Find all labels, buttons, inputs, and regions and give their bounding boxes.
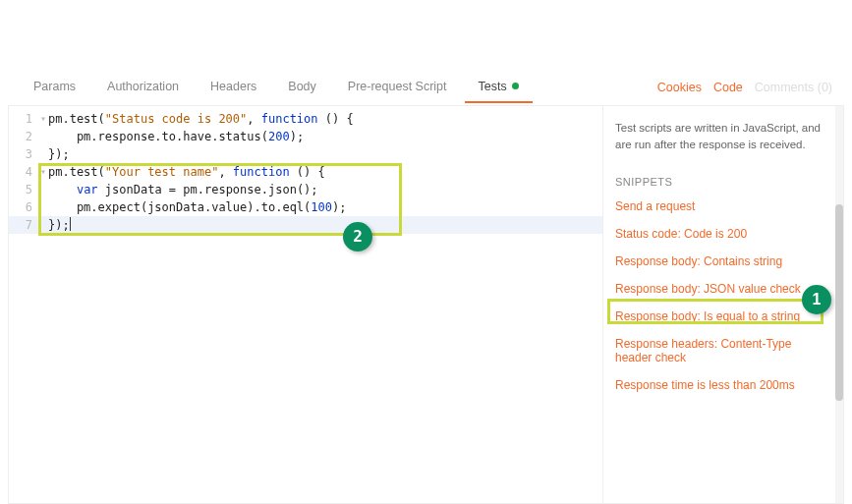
snippet-status-200[interactable]: Status code: Code is 200 <box>615 227 831 241</box>
tests-indicator-icon <box>512 83 519 89</box>
code-line: }); <box>48 216 71 234</box>
main-content: 1 ▾ pm.test("Status code is 200", functi… <box>8 106 844 504</box>
tabs-bar: Params Authorization Headers Body Pre-re… <box>8 69 844 106</box>
line-number: 4 <box>9 163 38 181</box>
text-cursor-icon <box>70 217 71 231</box>
code-link[interactable]: Code <box>713 81 743 94</box>
tab-prerequest[interactable]: Pre-request Script <box>334 72 461 103</box>
code-editor[interactable]: 1 ▾ pm.test("Status code is 200", functi… <box>9 106 602 503</box>
tab-authorization[interactable]: Authorization <box>93 72 193 103</box>
snippet-body-equal[interactable]: Response body: Is equal to a string <box>615 309 831 323</box>
snippets-panel: Test scripts are written in JavaScript, … <box>602 106 843 503</box>
snippet-json-value[interactable]: Response body: JSON value check <box>615 282 831 296</box>
code-line: pm.expect(jsonData.value).to.eql(100); <box>48 198 346 216</box>
snippet-header-check[interactable]: Response headers: Content-Type header ch… <box>615 337 831 364</box>
fold-icon[interactable]: ▾ <box>38 110 48 128</box>
code-line: }); <box>48 145 70 163</box>
code-line: pm.response.to.have.status(200); <box>48 128 304 145</box>
code-line: var jsonData = pm.response.json(); <box>48 181 318 198</box>
right-links: Cookies Code Comments (0) <box>657 81 832 94</box>
line-number: 5 <box>9 181 38 198</box>
line-number: 7 <box>9 216 38 234</box>
comments-link[interactable]: Comments (0) <box>755 81 832 94</box>
snippets-description: Test scripts are written in JavaScript, … <box>615 120 831 154</box>
snippet-list: Send a request Status code: Code is 200 … <box>615 199 831 392</box>
tab-params[interactable]: Params <box>20 72 89 103</box>
line-number: 2 <box>9 128 38 145</box>
line-number: 3 <box>9 145 38 163</box>
tab-tests-label: Tests <box>479 80 507 93</box>
line-number: 6 <box>9 198 38 216</box>
app-window: Params Authorization Headers Body Pre-re… <box>0 0 852 504</box>
fold-icon[interactable]: ▾ <box>38 163 48 181</box>
tab-body[interactable]: Body <box>274 72 330 103</box>
snippet-body-contains[interactable]: Response body: Contains string <box>615 254 831 268</box>
snippet-send-request[interactable]: Send a request <box>615 199 831 213</box>
tab-tests[interactable]: Tests <box>465 72 533 103</box>
scrollbar-thumb[interactable] <box>835 204 843 401</box>
snippets-heading: SNIPPETS <box>615 176 831 188</box>
code-line: pm.test("Status code is 200", function (… <box>48 110 354 128</box>
tab-headers[interactable]: Headers <box>197 72 270 103</box>
code-line: pm.test("Your test name", function () { <box>48 163 325 181</box>
line-number: 1 <box>9 110 38 128</box>
cookies-link[interactable]: Cookies <box>657 81 702 94</box>
snippet-time-200ms[interactable]: Response time is less than 200ms <box>615 378 831 392</box>
